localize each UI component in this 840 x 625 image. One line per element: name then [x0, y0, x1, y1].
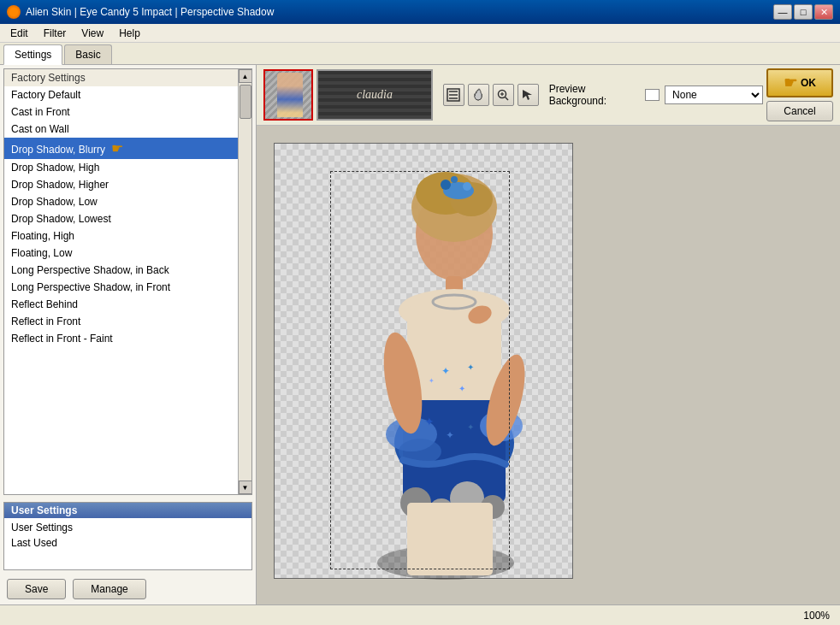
- tab-settings[interactable]: Settings: [3, 44, 62, 65]
- statusbar: 100%: [0, 604, 840, 625]
- canvas-area[interactable]: ✦ ✦ ✦ ✦ ✦ ✦ ✦: [257, 126, 840, 604]
- factory-settings-list: Factory Settings Factory Default Cast in…: [4, 69, 238, 494]
- scroll-up-arrow[interactable]: ▲: [239, 69, 252, 83]
- save-button[interactable]: Save: [7, 579, 66, 599]
- claudia-logo-text: claudia: [357, 88, 393, 102]
- list-item-floating-low[interactable]: Floating, Low: [4, 245, 238, 262]
- list-item-reflect-in-front[interactable]: Reflect in Front: [4, 313, 238, 330]
- settings-group-header: Factory Settings: [4, 69, 238, 86]
- app-icon: [7, 5, 21, 19]
- svg-line-5: [506, 97, 509, 101]
- canvas-content: ✦ ✦ ✦ ✦ ✦ ✦ ✦: [274, 143, 573, 579]
- svg-rect-40: [407, 503, 493, 575]
- svg-point-14: [441, 180, 451, 190]
- scroll-down-arrow[interactable]: ▼: [239, 481, 252, 494]
- hand-icon: [471, 88, 485, 102]
- arrow-icon: [447, 88, 460, 102]
- maximize-button[interactable]: □: [794, 4, 813, 20]
- list-item-reflect-behind[interactable]: Reflect Behind: [4, 296, 238, 313]
- factory-settings-container: Factory Settings Factory Default Cast in…: [3, 68, 252, 495]
- list-item-floating-high[interactable]: Floating, High: [4, 227, 238, 245]
- list-item-user-settings[interactable]: User Settings: [6, 520, 250, 535]
- tab-basic[interactable]: Basic: [64, 44, 111, 64]
- preview-bg-select[interactable]: None White Black Custom: [665, 85, 763, 104]
- preview-thumbnails: claudia: [263, 69, 433, 121]
- menu-filter[interactable]: Filter: [37, 26, 74, 41]
- zoom-level: 100%: [803, 610, 830, 622]
- svg-point-15: [463, 182, 471, 191]
- svg-point-16: [451, 176, 458, 183]
- canvas-checker: ✦ ✦ ✦ ✦ ✦ ✦ ✦: [274, 143, 573, 579]
- zoom-icon: [496, 88, 510, 102]
- close-button[interactable]: ✕: [814, 4, 833, 20]
- hand-pointer-icon: ☛: [111, 141, 123, 156]
- svg-text:✦: ✦: [429, 377, 435, 385]
- preview-bg-label: Preview Background:: [549, 83, 642, 107]
- arrow-tool[interactable]: [443, 84, 464, 106]
- minimize-button[interactable]: —: [773, 4, 792, 20]
- user-settings-header: User Settings: [4, 503, 251, 518]
- list-item-cast-on-wall[interactable]: Cast on Wall: [4, 121, 238, 138]
- preview-thumb-effect[interactable]: claudia: [316, 69, 433, 121]
- user-settings-list: User Settings Last Used: [4, 518, 251, 552]
- right-panel: claudia: [257, 65, 840, 604]
- menu-edit[interactable]: Edit: [3, 26, 35, 41]
- menubar: Edit Filter View Help: [0, 24, 840, 43]
- cancel-button[interactable]: Cancel: [766, 101, 833, 121]
- menu-help[interactable]: Help: [112, 26, 147, 41]
- list-item-drop-shadow-lowest[interactable]: Drop Shadow, Lowest: [4, 210, 238, 227]
- svg-text:✦: ✦: [441, 365, 450, 377]
- main-area: Factory Settings Factory Default Cast in…: [0, 65, 840, 604]
- list-item-reflect-in-front-faint[interactable]: Reflect in Front - Faint: [4, 330, 238, 347]
- list-item-drop-shadow-low[interactable]: Drop Shadow, Low: [4, 193, 238, 210]
- zoom-tool[interactable]: [493, 84, 514, 106]
- svg-text:✦: ✦: [467, 363, 474, 372]
- preview-thumb-original[interactable]: [263, 69, 313, 121]
- svg-text:✦: ✦: [467, 422, 474, 432]
- menu-view[interactable]: View: [74, 26, 110, 41]
- titlebar: Alien Skin | Eye Candy 5 Impact | Perspe…: [0, 0, 840, 24]
- canvas-figure-svg: ✦ ✦ ✦ ✦ ✦ ✦ ✦: [275, 144, 574, 580]
- settings-scrollbar[interactable]: ▲ ▼: [238, 69, 251, 494]
- app-title: Alien Skin | Eye Candy 5 Impact | Perspe…: [26, 6, 274, 18]
- ok-button[interactable]: ☛ OK: [766, 68, 833, 97]
- select-tool[interactable]: [518, 84, 539, 106]
- list-item-factory-default[interactable]: Factory Default: [4, 86, 238, 103]
- list-item-long-perspective-front[interactable]: Long Perspective Shadow, in Front: [4, 279, 238, 296]
- ok-hand-icon: ☛: [784, 74, 797, 92]
- svg-text:✦: ✦: [424, 415, 435, 428]
- ok-cancel-area: ☛ OK Cancel: [766, 68, 833, 121]
- select-icon: [521, 88, 535, 102]
- list-item-last-used[interactable]: Last Used: [6, 535, 250, 551]
- user-settings-container: User Settings User Settings Last Used: [3, 502, 252, 570]
- right-toolbar: claudia: [257, 65, 840, 126]
- manage-button[interactable]: Manage: [73, 579, 145, 599]
- list-item-drop-shadow-high[interactable]: Drop Shadow, High: [4, 159, 238, 176]
- left-panel: Factory Settings Factory Default Cast in…: [0, 65, 257, 604]
- titlebar-left: Alien Skin | Eye Candy 5 Impact | Perspe…: [7, 5, 274, 19]
- scroll-thumb[interactable]: [240, 85, 251, 119]
- hand-tool[interactable]: [468, 84, 489, 106]
- preview-bg-swatch: [645, 89, 660, 101]
- list-item-drop-shadow-blurry[interactable]: Drop Shadow, Blurry ☛: [4, 138, 238, 159]
- titlebar-controls[interactable]: — □ ✕: [773, 4, 833, 20]
- list-item-cast-in-front[interactable]: Cast in Front: [4, 103, 238, 121]
- svg-text:✦: ✦: [446, 429, 454, 441]
- tabbar: Settings Basic: [0, 43, 840, 65]
- list-item-drop-shadow-higher[interactable]: Drop Shadow, Higher: [4, 176, 238, 193]
- list-item-long-perspective-back[interactable]: Long Perspective Shadow, in Back: [4, 262, 238, 279]
- left-buttons: Save Manage: [0, 574, 256, 604]
- svg-text:✦: ✦: [458, 384, 465, 393]
